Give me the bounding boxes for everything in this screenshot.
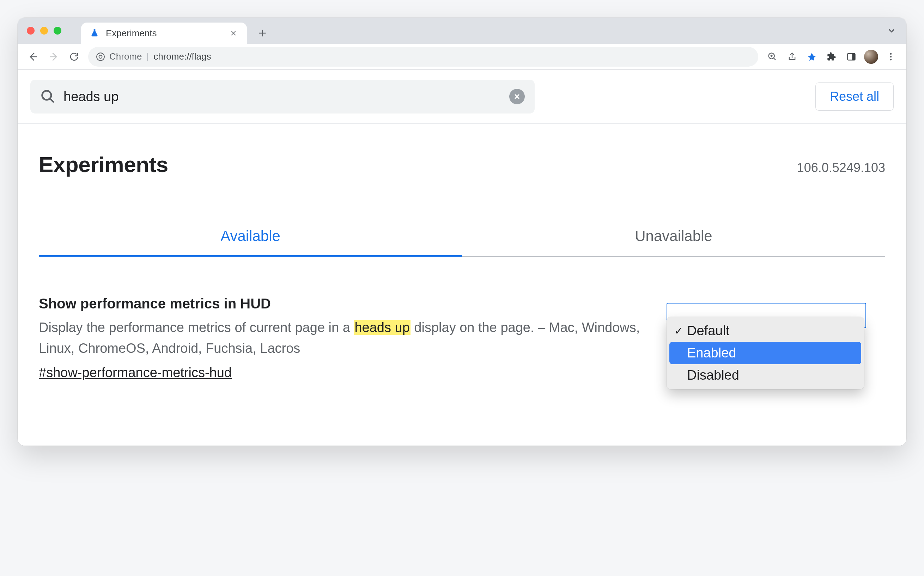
tab-available[interactable]: Available xyxy=(39,219,462,257)
new-tab-button[interactable] xyxy=(254,25,271,42)
experiment-desc-before: Display the performance metrics of curre… xyxy=(39,320,354,335)
browser-toolbar: Chrome | xyxy=(18,44,906,70)
experiment-text: Show performance metrics in HUD Display … xyxy=(39,296,645,380)
flags-page: Reset all Experiments 106.0.5249.103 Ava… xyxy=(18,70,906,446)
svg-point-6 xyxy=(890,56,892,58)
window-fullscreen-button[interactable] xyxy=(54,27,61,35)
window-close-button[interactable] xyxy=(27,27,35,35)
search-match-highlight: heads up xyxy=(354,320,410,335)
flask-icon xyxy=(90,28,99,38)
heading-row: Experiments 106.0.5249.103 xyxy=(18,124,906,181)
extensions-icon[interactable] xyxy=(822,48,841,66)
experiment-search-input[interactable] xyxy=(64,89,501,104)
experiment-list: Show performance metrics in HUD Display … xyxy=(18,257,906,446)
bookmark-star-icon[interactable] xyxy=(803,48,821,66)
clear-search-button[interactable] xyxy=(509,89,525,104)
reload-button[interactable] xyxy=(65,48,83,66)
chrome-icon xyxy=(96,52,105,61)
zoom-icon[interactable] xyxy=(763,48,781,66)
back-button[interactable] xyxy=(24,48,42,66)
share-icon[interactable] xyxy=(783,48,801,66)
experiment-search[interactable] xyxy=(30,80,535,114)
omnibox[interactable]: Chrome | xyxy=(88,47,758,67)
browser-window: Experiments Chrome | xyxy=(18,18,906,446)
svg-point-7 xyxy=(890,59,892,60)
reset-all-button[interactable]: Reset all xyxy=(815,83,894,111)
select-popup: Default Enabled Disabled xyxy=(666,317,864,389)
experiment-title: Show performance metrics in HUD xyxy=(39,296,645,312)
forward-button[interactable] xyxy=(45,48,63,66)
side-panel-icon[interactable] xyxy=(842,48,860,66)
browser-tab[interactable]: Experiments xyxy=(81,22,247,44)
svg-point-0 xyxy=(97,53,104,61)
page-title: Experiments xyxy=(39,152,168,177)
tab-unavailable[interactable]: Unavailable xyxy=(462,219,885,257)
svg-rect-4 xyxy=(852,53,855,60)
experiment-description: Display the performance metrics of curre… xyxy=(39,317,645,359)
svg-point-1 xyxy=(99,55,102,58)
experiment-hash-link[interactable]: #show-performance-metrics-hud xyxy=(39,365,232,380)
profile-avatar[interactable] xyxy=(862,48,880,66)
experiment-tab-bar: Available Unavailable xyxy=(39,219,885,257)
tab-close-button[interactable] xyxy=(229,28,239,38)
select-option-enabled[interactable]: Enabled xyxy=(669,342,861,364)
toolbar-actions xyxy=(763,48,900,66)
tab-overflow-button[interactable] xyxy=(887,26,897,35)
window-controls xyxy=(27,27,61,35)
tab-strip: Experiments xyxy=(18,18,906,44)
omnibox-chip-label: Chrome xyxy=(109,51,142,62)
svg-point-8 xyxy=(42,91,51,100)
search-row: Reset all xyxy=(18,70,906,124)
chrome-version: 106.0.5249.103 xyxy=(797,160,885,175)
select-option-default[interactable]: Default xyxy=(669,320,861,342)
experiment-item: Show performance metrics in HUD Display … xyxy=(39,296,885,389)
omnibox-separator: | xyxy=(146,51,149,62)
select-option-disabled[interactable]: Disabled xyxy=(669,364,861,386)
search-icon xyxy=(40,89,56,104)
omnibox-input[interactable] xyxy=(154,51,751,62)
site-info-chip[interactable]: Chrome | xyxy=(96,51,149,62)
tab-title: Experiments xyxy=(106,28,222,39)
svg-point-5 xyxy=(890,53,892,54)
window-minimize-button[interactable] xyxy=(40,27,48,35)
kebab-menu-icon[interactable] xyxy=(882,48,900,66)
experiment-select[interactable]: Default Enabled Disabled xyxy=(666,317,864,389)
